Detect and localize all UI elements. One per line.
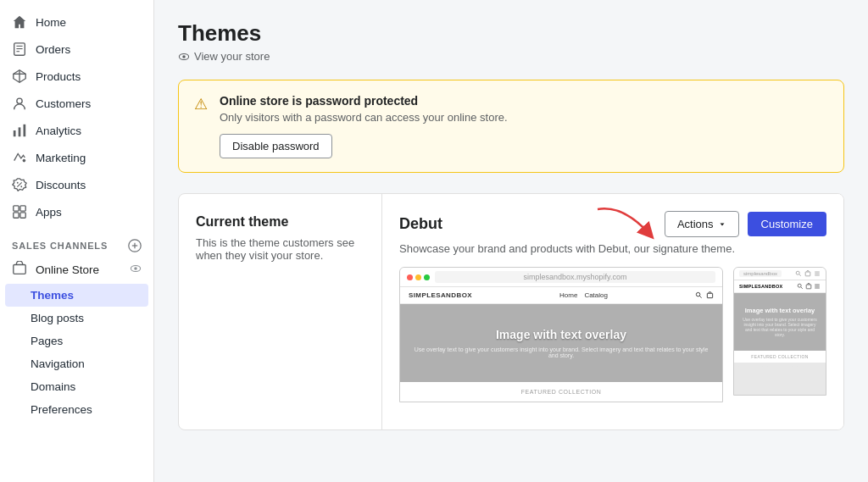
sidebar-sub-item-preferences[interactable]: Preferences	[0, 398, 153, 421]
svg-line-31	[699, 296, 701, 297]
theme-detail: Debut Actions Customize Showcase your br…	[382, 194, 843, 429]
customers-icon	[12, 96, 27, 111]
sidebar-item-online-store[interactable]: Online Store	[0, 256, 153, 284]
orders-icon	[12, 42, 27, 57]
main-content: Themes View your store ⚠ Online store is…	[154, 0, 868, 482]
sidebar-item-customers[interactable]: Customers	[0, 90, 153, 117]
sidebar-sub-item-navigation[interactable]: Navigation	[0, 352, 153, 375]
preview-store-name: SIMPLESANDBOX	[409, 291, 472, 299]
online-store-sub-nav: Themes Blog posts Pages Navigation Domai…	[0, 284, 153, 421]
svg-rect-19	[20, 213, 25, 218]
mobile-preview-logo: SIMPLESANDBOX	[739, 284, 783, 289]
svg-point-39	[798, 284, 801, 287]
svg-rect-35	[805, 272, 810, 276]
page-title: Themes	[178, 20, 844, 47]
sidebar: Home Orders Products Customers Analytics	[0, 0, 154, 482]
sidebar-item-analytics[interactable]: Analytics	[0, 117, 153, 144]
svg-rect-18	[14, 213, 19, 218]
sidebar-sub-item-blog-posts[interactable]: Blog posts	[0, 307, 153, 330]
add-sales-channel-button[interactable]	[128, 239, 142, 252]
desktop-preview: simplesandbox.myshopify.com SIMPLESANDBO…	[399, 267, 723, 402]
svg-rect-9	[19, 127, 21, 136]
alert-icon: ⚠	[194, 95, 208, 114]
marketing-icon	[12, 150, 27, 165]
theme-name: Debut	[399, 215, 442, 233]
svg-point-25	[134, 267, 137, 270]
preview-hero-sub: Use overlay text to give your customers …	[414, 346, 709, 358]
current-theme-label: Current theme	[196, 214, 364, 230]
disable-password-button[interactable]: Disable password	[220, 134, 332, 158]
preview-featured-label: FEATURED COLLECTION	[407, 389, 715, 395]
svg-rect-10	[24, 125, 26, 136]
preview-hero-title: Image with text overlay	[414, 328, 709, 341]
mobile-preview: simplesandbox SIMPLESANDBOX	[733, 267, 826, 396]
online-store-icon	[12, 261, 27, 279]
sidebar-top-nav: Home Orders Products Customers Analytics	[0, 0, 153, 230]
svg-rect-16	[14, 206, 19, 211]
theme-preview: simplesandbox.myshopify.com SIMPLESANDBO…	[399, 267, 826, 402]
sidebar-item-home[interactable]: Home	[0, 8, 153, 36]
sales-channels-section: SALES CHANNELS	[0, 230, 153, 256]
svg-rect-17	[20, 206, 25, 211]
svg-line-40	[801, 287, 803, 289]
svg-point-27	[182, 55, 186, 58]
svg-rect-38	[815, 275, 820, 276]
online-store-eye-icon[interactable]	[130, 263, 142, 277]
actions-button[interactable]: Actions	[665, 211, 739, 237]
alert-title: Online store is password protected	[220, 94, 508, 108]
svg-marker-29	[720, 223, 724, 225]
svg-point-30	[696, 292, 700, 296]
sidebar-item-products[interactable]: Products	[0, 63, 153, 90]
mobile-hero-sub: Use overlay text to give your customers …	[741, 317, 819, 337]
svg-point-15	[20, 186, 22, 187]
alert-banner: ⚠ Online store is password protected Onl…	[178, 80, 844, 173]
products-icon	[12, 69, 27, 84]
sidebar-item-orders[interactable]: Orders	[0, 36, 153, 63]
svg-rect-42	[815, 285, 820, 285]
view-store-link[interactable]: View your store	[178, 50, 844, 63]
svg-rect-8	[14, 130, 16, 136]
discounts-icon	[12, 177, 27, 192]
svg-rect-43	[815, 286, 820, 287]
svg-rect-41	[806, 285, 811, 289]
apps-icon	[12, 204, 27, 219]
svg-point-11	[23, 159, 26, 163]
svg-rect-37	[815, 274, 820, 274]
svg-rect-44	[815, 288, 820, 289]
svg-rect-32	[707, 293, 712, 297]
home-icon	[12, 14, 27, 30]
svg-point-7	[17, 98, 22, 103]
sidebar-sub-item-domains[interactable]: Domains	[0, 375, 153, 398]
theme-area: Current theme This is the theme customer…	[178, 193, 844, 430]
mobile-hero-title: Image with text overlay	[741, 307, 819, 314]
sidebar-sub-item-pages[interactable]: Pages	[0, 330, 153, 352]
svg-line-34	[799, 274, 801, 276]
red-arrow-indicator	[589, 201, 657, 246]
sidebar-sub-item-themes[interactable]: Themes	[5, 284, 148, 307]
alert-description: Only visitors with a password can access…	[220, 111, 508, 124]
sidebar-item-discounts[interactable]: Discounts	[0, 171, 153, 198]
sidebar-item-marketing[interactable]: Marketing	[0, 144, 153, 171]
customize-button[interactable]: Customize	[748, 212, 826, 236]
current-theme-description: This is the theme customers see when the…	[196, 236, 364, 262]
sidebar-item-apps[interactable]: Apps	[0, 198, 153, 225]
svg-rect-23	[14, 265, 25, 274]
svg-point-14	[17, 182, 19, 184]
mobile-featured-label: FEATURED COLLECTION	[737, 354, 822, 359]
svg-rect-36	[815, 272, 820, 273]
current-theme-info: Current theme This is the theme customer…	[179, 194, 382, 429]
svg-point-33	[796, 271, 799, 274]
analytics-icon	[12, 123, 27, 138]
